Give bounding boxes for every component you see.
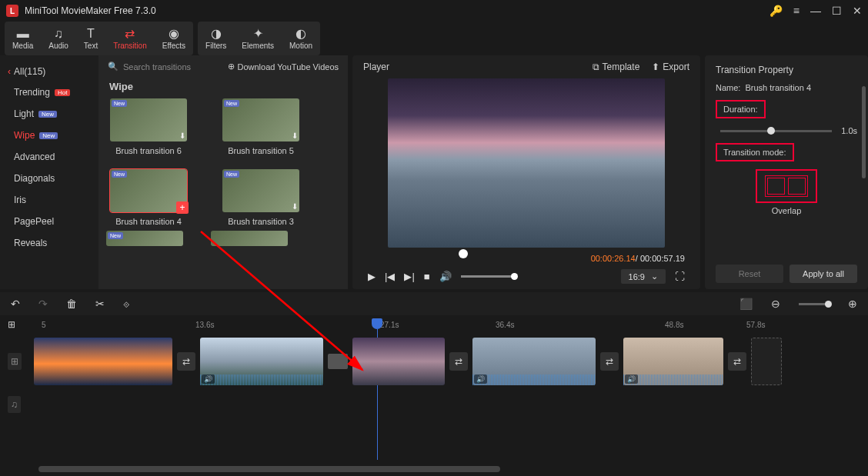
download-icon: ⊕ xyxy=(228,62,235,72)
play-button[interactable]: ▶ xyxy=(368,271,376,282)
transition-slot[interactable]: ⇄ xyxy=(600,352,619,371)
audio-track-icon: ♫ xyxy=(8,396,21,413)
overlap-label: Overlap xyxy=(716,206,857,215)
audio-toggle-icon[interactable]: ⬛ xyxy=(739,298,753,310)
horizontal-scrollbar[interactable] xyxy=(38,466,860,472)
text-icon: T xyxy=(87,28,95,40)
timeline-clip[interactable]: 🔊 xyxy=(200,338,323,385)
new-badge: New xyxy=(39,132,58,139)
hot-badge: Hot xyxy=(55,89,70,96)
download-youtube-link[interactable]: ⊕Download YouTube Videos xyxy=(228,62,339,72)
zoom-out-button[interactable]: ⊖ xyxy=(771,298,780,310)
audio-track[interactable]: ♫ xyxy=(0,389,868,420)
maximize-button[interactable]: ☐ xyxy=(832,5,842,17)
app-logo-icon: L xyxy=(6,5,18,17)
download-thumb-icon[interactable]: ⬇ xyxy=(292,202,298,211)
effects-icon: ◉ xyxy=(169,28,179,40)
reset-button[interactable]: Reset xyxy=(716,265,783,283)
property-title: Transition Property xyxy=(705,62,868,83)
music-icon: ♫ xyxy=(54,28,63,40)
mode-option-overlap[interactable] xyxy=(756,169,817,203)
zoom-in-button[interactable]: ⊕ xyxy=(848,298,857,310)
transition-thumb[interactable]: New⬇Brush transition 3 xyxy=(219,169,303,226)
sidebar-item-advanced[interactable]: Advanced xyxy=(0,146,98,168)
next-frame-button[interactable]: ▶| xyxy=(404,271,414,282)
delete-button[interactable]: 🗑 xyxy=(66,298,77,310)
export-button[interactable]: ⬆Export xyxy=(652,62,689,72)
transition-applied[interactable] xyxy=(328,354,348,369)
transition-thumb[interactable]: New⬇Brush transition 5 xyxy=(219,98,303,155)
video-track-icon: ⊞ xyxy=(8,353,22,370)
menu-icon[interactable]: ≡ xyxy=(793,5,800,17)
prev-frame-button[interactable]: |◀ xyxy=(385,271,395,282)
transition-slot[interactable]: ⇄ xyxy=(449,352,468,371)
video-track[interactable]: ⊞ ⇄ 🔊 ⇄ 🔊 ⇄ 🔊 ⇄ xyxy=(0,334,868,389)
duration-value: 1.0s xyxy=(841,126,857,135)
sidebar-item-light[interactable]: LightNew xyxy=(0,103,98,125)
timeline-clip[interactable] xyxy=(352,338,445,385)
transition-slot[interactable]: ⇄ xyxy=(728,352,746,371)
category-all[interactable]: ‹All(115) xyxy=(0,62,98,82)
apply-all-button[interactable]: Apply to all xyxy=(790,265,857,283)
stop-button[interactable]: ■ xyxy=(424,271,430,282)
cut-button[interactable]: ✂ xyxy=(95,298,105,310)
template-icon: ⧉ xyxy=(593,62,599,72)
transition-thumb[interactable] xyxy=(211,231,288,246)
add-transition-button[interactable]: + xyxy=(176,201,189,214)
player-title: Player xyxy=(363,62,580,72)
timeline-ruler[interactable]: ⊞ 5 13.6s 27.1s 36.4s 48.8s 57.8s xyxy=(0,315,868,334)
tab-transition[interactable]: ⇄Transition xyxy=(105,28,155,50)
transition-thumb[interactable]: New⬇Brush transition 6 xyxy=(106,98,191,155)
download-thumb-icon[interactable]: ⬇ xyxy=(179,131,185,140)
speaker-icon: 🔊 xyxy=(474,374,487,384)
transition-thumb[interactable]: New xyxy=(106,231,183,246)
add-track-button[interactable]: ⊞ xyxy=(8,319,15,330)
tab-motion[interactable]: ◐Motion xyxy=(282,28,320,50)
zoom-slider[interactable] xyxy=(799,303,830,305)
empty-clip-slot[interactable] xyxy=(751,338,782,385)
tab-elements[interactable]: ✦Elements xyxy=(234,28,282,50)
tab-media[interactable]: ▬Media xyxy=(5,28,41,50)
aspect-ratio-select[interactable]: 16:9⌄ xyxy=(621,269,666,284)
duration-slider[interactable] xyxy=(720,130,832,132)
minimize-button[interactable]: — xyxy=(810,5,821,17)
transition-browser: 🔍Search transitions ⊕Download YouTube Vi… xyxy=(98,55,348,289)
timeline: ⊞ 5 13.6s 27.1s 36.4s 48.8s 57.8s ⊞ ⇄ 🔊 … xyxy=(0,315,868,475)
sidebar-item-iris[interactable]: Iris xyxy=(0,189,98,211)
volume-icon[interactable]: 🔊 xyxy=(439,271,452,282)
undo-button[interactable]: ↶ xyxy=(11,298,20,310)
template-button[interactable]: ⧉Template xyxy=(593,62,640,72)
redo-button[interactable]: ↷ xyxy=(38,298,48,310)
section-title: Wipe xyxy=(98,78,348,98)
sidebar-item-wipe[interactable]: WipeNew xyxy=(0,125,98,146)
timeline-clip[interactable]: 🔊 xyxy=(623,338,723,385)
volume-slider[interactable] xyxy=(461,275,515,278)
sidebar-item-reveals[interactable]: Reveals xyxy=(0,232,98,254)
crop-button[interactable]: ⟐ xyxy=(123,298,129,310)
tab-audio[interactable]: ♫Audio xyxy=(41,28,76,50)
timeline-clip[interactable]: 🔊 xyxy=(472,338,596,385)
time-current: 00:00:26.14 xyxy=(591,254,636,263)
timeline-clip[interactable] xyxy=(34,338,172,385)
playhead[interactable] xyxy=(372,318,382,329)
video-preview[interactable] xyxy=(368,78,685,248)
sidebar-item-pagepeel[interactable]: PagePeel xyxy=(0,211,98,232)
close-button[interactable]: ✕ xyxy=(853,5,862,17)
tab-effects[interactable]: ◉Effects xyxy=(155,28,193,50)
vertical-scrollbar[interactable] xyxy=(862,86,866,178)
transition-slot[interactable]: ⇄ xyxy=(177,352,195,371)
search-input[interactable]: 🔍Search transitions xyxy=(108,62,222,72)
property-panel: Transition Property Name:Brush transitio… xyxy=(705,55,868,289)
speaker-icon: 🔊 xyxy=(202,374,215,384)
tab-text[interactable]: TText xyxy=(76,28,105,50)
fullscreen-button[interactable]: ⛶ xyxy=(675,271,685,282)
sidebar-item-diagonals[interactable]: Diagonals xyxy=(0,168,98,189)
category-sidebar: ‹All(115) TrendingHot LightNew WipeNew A… xyxy=(0,55,98,289)
download-thumb-icon[interactable]: ⬇ xyxy=(292,131,298,140)
motion-icon: ◐ xyxy=(295,28,306,40)
sidebar-item-trending[interactable]: TrendingHot xyxy=(0,82,98,103)
key-icon[interactable]: 🔑 xyxy=(770,5,783,17)
title-bar: L MiniTool MovieMaker Free 7.3.0 🔑 ≡ — ☐… xyxy=(0,0,868,22)
tab-filters[interactable]: ◑Filters xyxy=(198,28,234,50)
transition-thumb-selected[interactable]: New+Brush transition 4 xyxy=(106,169,191,226)
